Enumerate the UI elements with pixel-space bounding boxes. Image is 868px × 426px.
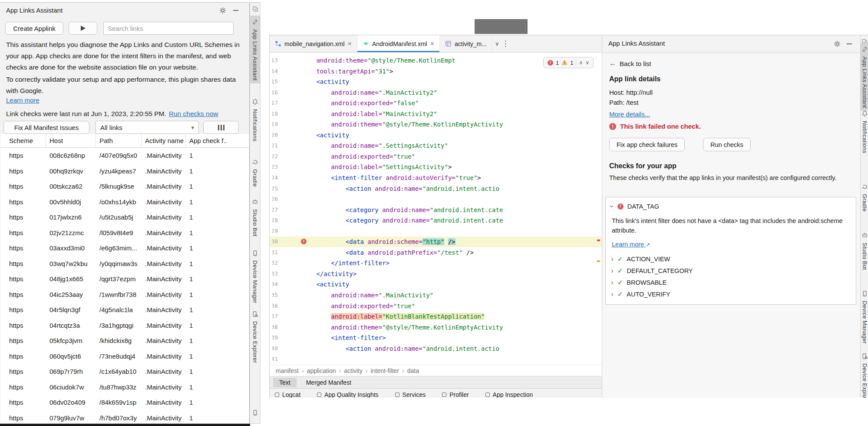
gear-icon[interactable] <box>833 40 841 48</box>
warning-stripe-mark[interactable] <box>597 260 600 262</box>
check-item-default-category[interactable]: ›✓DEFAULT_CATEGORY <box>611 265 851 276</box>
tool-window-button-app-inspection[interactable]: App Inspection <box>485 392 533 398</box>
editor-tab-mobile-navigation-xml[interactable]: mobile_navigation.xml× <box>270 35 357 52</box>
code-line[interactable]: 15 <activity <box>270 77 602 87</box>
code-line[interactable]: 21 android:name=".SettingsActivity" <box>270 140 602 151</box>
code-line[interactable]: 16 android:name=".MainActivity2" <box>270 87 602 98</box>
code-line[interactable]: 24 <intent-filter android:autoVerify="tr… <box>270 173 602 183</box>
table-row[interactable]: https069p7r79rh/c1x64yab10.MainActivity1 <box>0 364 249 379</box>
tool-windows-icon[interactable] <box>250 6 260 12</box>
code-line[interactable]: 19 android:theme="@style/Theme.KotlinEmp… <box>270 119 602 130</box>
tool-strip-item-device-manager[interactable]: Device Manager <box>861 287 868 347</box>
code-line[interactable]: 33 </activity> <box>270 269 602 280</box>
fix-app-check-failures-button[interactable]: Fix app check failures <box>609 138 685 151</box>
code-line[interactable]: 18 android:label="MainActivity2" <box>270 109 602 120</box>
code-editor[interactable]: 13 android:theme="@style/Theme.KotlinEmp… <box>270 55 602 365</box>
tool-strip-item-notifications[interactable]: Notifications <box>861 107 868 156</box>
run-checks-button[interactable]: Run checks <box>703 138 751 151</box>
tool-strip-item-app-links-assistant[interactable]: App Links Assistant <box>861 43 868 111</box>
run-link-checks-button[interactable] <box>69 22 97 35</box>
table-row[interactable]: https05kfcp3jvm/khidckix8g.MainActivity1 <box>0 333 249 349</box>
inspections-widget[interactable]: ! 1 1 ∧ ∨ <box>543 57 594 68</box>
check-item-action-view[interactable]: ›✓ACTION_VIEW <box>611 253 851 265</box>
minimize-icon[interactable] <box>232 7 240 14</box>
table-row[interactable]: https048jg1x665/qgrt37ezpm.MainActivity1 <box>0 271 249 287</box>
check-item-browsable[interactable]: ›✓BROWSABLE <box>611 276 851 288</box>
tool-window-button-profiler[interactable]: Profiler <box>442 392 469 398</box>
tool-strip-item-device-explorer[interactable]: Device Explorer <box>861 350 868 398</box>
tool-strip-extra-icon[interactable] <box>250 409 260 416</box>
breadcrumb-item[interactable]: data <box>407 367 419 374</box>
column-header-scheme[interactable]: Scheme <box>0 134 46 147</box>
code-line[interactable]: 31 <data android:pathPrefix="/test" /> <box>270 247 602 258</box>
breadcrumb-item[interactable]: manifest <box>276 367 299 374</box>
table-row[interactable]: https04rtcqtz3a/3a1hgptqgi.MainActivity1 <box>0 318 249 333</box>
tool-strip-item-gradle[interactable]: Gradle <box>250 156 260 190</box>
code-line[interactable]: 41 <box>270 354 602 365</box>
code-line[interactable]: 37 android:label="KotlinBlankTestApplica… <box>270 311 602 322</box>
tool-strip-item-device-manager[interactable]: Device Manager <box>250 247 260 306</box>
table-row[interactable]: https03axxd3mi0/e6g63mim....MainActivity… <box>0 240 249 256</box>
table-row[interactable]: https079g9luv7w/h7bd07ox3y.MainActivity1 <box>0 410 249 423</box>
prev-issue-icon[interactable]: ∧ <box>579 60 583 66</box>
data-tag-learn-more-link[interactable]: Learn more ↗ <box>612 241 650 248</box>
code-line[interactable]: 40 <action android:name="android.intent.… <box>270 343 602 354</box>
tool-strip-item-device-explorer[interactable]: Device Explorer <box>250 308 260 366</box>
code-line[interactable]: 35 android:name=".MainActivity" <box>270 290 602 301</box>
tool-strip-item-studio-bot[interactable]: Studio Bot <box>861 229 868 273</box>
code-line[interactable]: 32 </intent-filter> <box>270 258 602 269</box>
columns-button[interactable] <box>203 121 239 134</box>
code-line[interactable]: 22 android:exported="true" <box>270 151 602 162</box>
code-line[interactable]: 30! <data android:scheme="http" /> <box>270 236 602 247</box>
column-header-app-check-f[interactable]: App check f... <box>186 134 227 147</box>
table-row[interactable]: https00v5hhld0j/o0xhs14ykb.MainActivity1 <box>0 194 249 210</box>
editor-tab-androidmanifest-xml[interactable]: AndroidManifest.xml× <box>357 35 440 52</box>
bottom-tab-merged-manifest[interactable]: Merged Manifest <box>300 378 357 387</box>
table-row[interactable]: https060qv5jct6/73ne8udqj4.MainActivity1 <box>0 349 249 364</box>
error-stripe-mark[interactable] <box>597 240 600 241</box>
code-line[interactable]: 26 <box>270 194 602 205</box>
fix-all-manifest-issues-button[interactable]: Fix All Manifest Issues <box>3 121 89 134</box>
check-item-auto-verify[interactable]: ›✓AUTO_VERIFY <box>611 288 851 300</box>
table-row[interactable]: https04ic253aay/1wwnfbr738.MainActivity1 <box>0 287 249 303</box>
code-line[interactable]: 39 <intent-filter> <box>270 333 602 343</box>
tool-window-button-app-quality-insights[interactable]: App Quality Insights <box>317 392 379 398</box>
more-details-link[interactable]: More details... <box>609 110 650 118</box>
editor-tab-activity-m[interactable]: activity_m... <box>440 35 492 52</box>
table-row[interactable]: https04r5lqn3gf/4g5nalc1la.MainActivity1 <box>0 302 249 318</box>
check-item-data-tag[interactable]: › ! DATA_TAG <box>611 203 659 210</box>
code-line[interactable]: 29 <box>270 226 602 237</box>
code-line[interactable]: 27 <category android:name="android.inten… <box>270 205 602 216</box>
table-row[interactable]: https00tskcza62/5lknugk9se.MainActivity1 <box>0 179 249 194</box>
column-header-path[interactable]: Path <box>96 134 142 147</box>
tool-strip-item-gradle[interactable]: Gradle <box>861 180 868 215</box>
create-applink-button[interactable]: Create Applink <box>5 22 63 35</box>
learn-more-link[interactable]: Learn more <box>6 97 40 104</box>
table-row[interactable]: https00hq9zrkqv/yzu4kpeas7.MainActivity1 <box>0 163 249 179</box>
links-filter-select[interactable]: All links ▾ <box>96 121 199 134</box>
run-checks-now-link[interactable]: Run checks now <box>169 110 218 117</box>
breadcrumb-item[interactable]: application <box>307 367 336 374</box>
code-line[interactable]: 38 android:theme="@style/Theme.KotlinEmp… <box>270 322 602 333</box>
tool-strip-item-notifications[interactable]: Notifications <box>250 96 260 145</box>
search-input[interactable] <box>103 22 234 35</box>
tab-options-kebab-icon[interactable]: ⋮ <box>502 39 509 48</box>
bottom-tab-text[interactable]: Text <box>273 378 297 387</box>
code-line[interactable]: 36 android:exported="true" <box>270 301 602 312</box>
tool-strip-item-app-links-assistant[interactable]: App Links Assistant <box>250 16 260 83</box>
minimize-icon[interactable] <box>845 40 853 48</box>
table-row[interactable]: https06dv02o409/84k659v1sp.MainActivity1 <box>0 395 249 410</box>
next-issue-icon[interactable]: ∨ <box>585 60 589 66</box>
breadcrumb-item[interactable]: activity <box>344 367 363 374</box>
tool-window-button-logcat[interactable]: Logcat <box>275 392 300 398</box>
close-icon[interactable]: × <box>430 40 434 47</box>
column-header-activity-name[interactable]: Activity name <box>142 134 186 147</box>
back-to-list-link[interactable]: ← Back to list <box>609 60 651 67</box>
table-row[interactable]: https02jv21zzmc/l059v8t4e9.MainActivity1 <box>0 225 249 241</box>
gear-icon[interactable] <box>219 7 227 14</box>
tool-strip-item-studio-bot[interactable]: Studio Bot <box>250 196 260 240</box>
table-row[interactable]: https017jwlxzn6/u5t2usab5j.MainActivity1 <box>0 210 249 225</box>
close-icon[interactable]: × <box>348 40 352 47</box>
breadcrumb-item[interactable]: intent-filter <box>371 367 399 374</box>
code-line[interactable]: 25 <action android:name="android.intent.… <box>270 183 602 194</box>
